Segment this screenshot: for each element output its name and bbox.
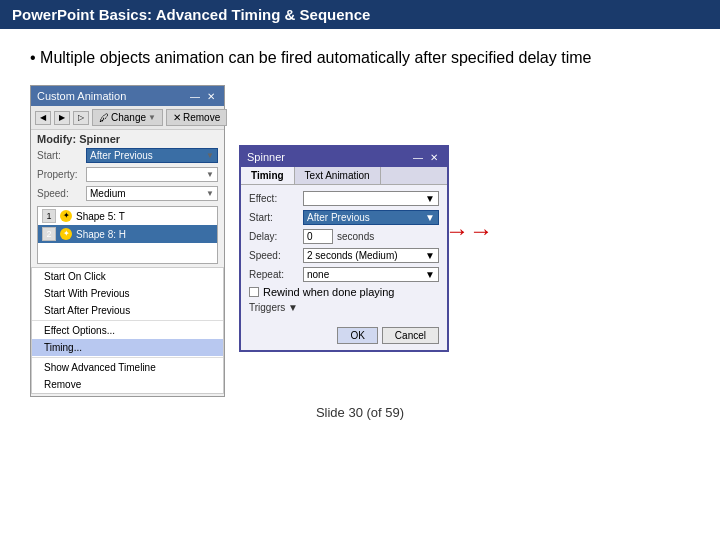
dialog-speed-label: Speed: xyxy=(249,250,299,261)
property-label: Property: xyxy=(37,169,82,180)
effect-dropdown[interactable]: ▼ xyxy=(303,191,439,206)
panel-close-buttons: — ✕ xyxy=(188,89,218,103)
dialog-close-button[interactable]: ✕ xyxy=(427,150,441,164)
effect-label: Effect: xyxy=(249,193,299,204)
red-arrow-indicator: →→ xyxy=(445,217,493,245)
dialog-speed-dropdown-arrow: ▼ xyxy=(425,250,435,261)
context-remove[interactable]: Remove xyxy=(32,376,223,393)
property-dropdown-arrow: ▼ xyxy=(206,170,214,179)
nav-back-button[interactable]: ◀ xyxy=(35,111,51,125)
anim-item-1[interactable]: 1 ✦ Shape 5: T xyxy=(38,207,217,225)
repeat-row: Repeat: none ▼ xyxy=(249,267,439,282)
anim-label-2: Shape 8: H xyxy=(76,229,126,240)
triggers-label: Triggers ▼ xyxy=(249,302,299,313)
slide-counter-text: Slide 30 (of 59) xyxy=(316,405,404,420)
dialog-speed-row: Speed: 2 seconds (Medium) ▼ xyxy=(249,248,439,263)
bullet-point: • Multiple objects animation can be fire… xyxy=(30,47,690,69)
animation-list: 1 ✦ Shape 5: T 2 ✦ Shape 8: H xyxy=(37,206,218,264)
spinner-dialog-wrapper: Spinner — ✕ Timing Text Animation Effect… xyxy=(239,145,449,352)
effect-dropdown-arrow: ▼ xyxy=(425,193,435,204)
dialog-start-dropdown-arrow: ▼ xyxy=(425,212,435,223)
remove-icon: ✕ xyxy=(173,112,181,123)
context-menu: Start On Click Start With Previous Start… xyxy=(31,267,224,394)
custom-animation-panel: Custom Animation — ✕ ◀ ▶ ▷ 🖊 Change ▼ xyxy=(30,85,225,397)
dialog-start-dropdown[interactable]: After Previous ▼ xyxy=(303,210,439,225)
panel-title: Custom Animation xyxy=(37,90,126,102)
dialog-title: Spinner xyxy=(247,151,285,163)
repeat-dropdown[interactable]: none ▼ xyxy=(303,267,439,282)
slide-counter: Slide 30 (of 59) xyxy=(30,405,690,420)
dialog-tabs: Timing Text Animation xyxy=(241,167,447,185)
panel-toolbar: ◀ ▶ ▷ 🖊 Change ▼ ✕ Remove xyxy=(31,106,224,130)
context-effect-options[interactable]: Effect Options... xyxy=(32,322,223,339)
rewind-checkbox[interactable] xyxy=(249,287,259,297)
context-timing[interactable]: Timing... xyxy=(32,339,223,356)
dialog-minimize-button[interactable]: — xyxy=(411,150,425,164)
delay-label: Delay: xyxy=(249,231,299,242)
modify-label: Modify: Spinner xyxy=(31,130,224,146)
context-start-on-click[interactable]: Start On Click xyxy=(32,268,223,285)
ok-button[interactable]: OK xyxy=(337,327,377,344)
context-start-with-previous[interactable]: Start With Previous xyxy=(32,285,223,302)
seconds-label: seconds xyxy=(337,231,374,242)
tab-timing[interactable]: Timing xyxy=(241,167,295,184)
effect-row: Effect: ▼ xyxy=(249,191,439,206)
main-content: • Multiple objects animation can be fire… xyxy=(0,29,720,430)
context-start-after-previous[interactable]: Start After Previous xyxy=(32,302,223,319)
panel-close-button[interactable]: ✕ xyxy=(204,89,218,103)
dialog-speed-dropdown[interactable]: 2 seconds (Medium) ▼ xyxy=(303,248,439,263)
speed-value-dropdown[interactable]: Medium ▼ xyxy=(86,186,218,201)
repeat-dropdown-arrow: ▼ xyxy=(425,269,435,280)
rewind-label: Rewind when done playing xyxy=(263,286,394,298)
anim-label-1: Shape 5: T xyxy=(76,211,125,222)
anim-num-2: 2 xyxy=(42,227,56,241)
screenshot-area: Custom Animation — ✕ ◀ ▶ ▷ 🖊 Change ▼ xyxy=(30,85,690,397)
dialog-buttons: OK Cancel xyxy=(241,323,447,350)
panel-minimize-button[interactable]: — xyxy=(188,89,202,103)
play-button[interactable]: ▷ xyxy=(73,111,89,125)
dialog-close-buttons: — ✕ xyxy=(411,150,441,164)
delay-input[interactable] xyxy=(303,229,333,244)
property-field-row: Property: ▼ xyxy=(31,165,224,184)
start-label: Start: xyxy=(37,150,82,161)
change-icon: 🖊 xyxy=(99,112,109,123)
start-value-dropdown[interactable]: After Previous ▼ xyxy=(86,148,218,163)
start-dropdown-arrow: ▼ xyxy=(206,151,214,160)
tab-text-animation[interactable]: Text Animation xyxy=(295,167,381,184)
rewind-checkbox-row: Rewind when done playing xyxy=(249,286,439,298)
anim-spin-icon-1: ✦ xyxy=(60,210,72,222)
start-field-row: Start: After Previous ▼ xyxy=(31,146,224,165)
nav-buttons: ◀ ▶ ▷ xyxy=(35,111,89,125)
dialog-start-row: Start: After Previous ▼ xyxy=(249,210,439,225)
delay-row: Delay: seconds xyxy=(249,229,439,244)
property-value-dropdown[interactable]: ▼ xyxy=(86,167,218,182)
dialog-body: Effect: ▼ Start: After Previous ▼ xyxy=(241,185,447,323)
context-show-advanced-timeline[interactable]: Show Advanced Timeline xyxy=(32,359,223,376)
slide-header: PowerPoint Basics: Advanced Timing & Seq… xyxy=(0,0,720,29)
cancel-button[interactable]: Cancel xyxy=(382,327,439,344)
bullet-text: Multiple objects animation can be fired … xyxy=(40,49,591,66)
speed-label: Speed: xyxy=(37,188,82,199)
change-button[interactable]: 🖊 Change ▼ xyxy=(92,109,163,126)
remove-button[interactable]: ✕ Remove xyxy=(166,109,227,126)
dialog-title-bar: Spinner — ✕ xyxy=(241,147,447,167)
repeat-label: Repeat: xyxy=(249,269,299,280)
anim-spin-icon-2: ✦ xyxy=(60,228,72,240)
dialog-start-label: Start: xyxy=(249,212,299,223)
panel-title-bar: Custom Animation — ✕ xyxy=(31,86,224,106)
anim-item-2[interactable]: 2 ✦ Shape 8: H xyxy=(38,225,217,243)
anim-num-1: 1 xyxy=(42,209,56,223)
header-title: PowerPoint Basics: Advanced Timing & Seq… xyxy=(12,6,370,23)
triggers-row: Triggers ▼ xyxy=(249,302,439,313)
speed-dropdown-arrow: ▼ xyxy=(206,189,214,198)
nav-forward-button[interactable]: ▶ xyxy=(54,111,70,125)
speed-field-row: Speed: Medium ▼ xyxy=(31,184,224,203)
spinner-dialog: Spinner — ✕ Timing Text Animation Effect… xyxy=(239,145,449,352)
change-dropdown-arrow: ▼ xyxy=(148,113,156,122)
